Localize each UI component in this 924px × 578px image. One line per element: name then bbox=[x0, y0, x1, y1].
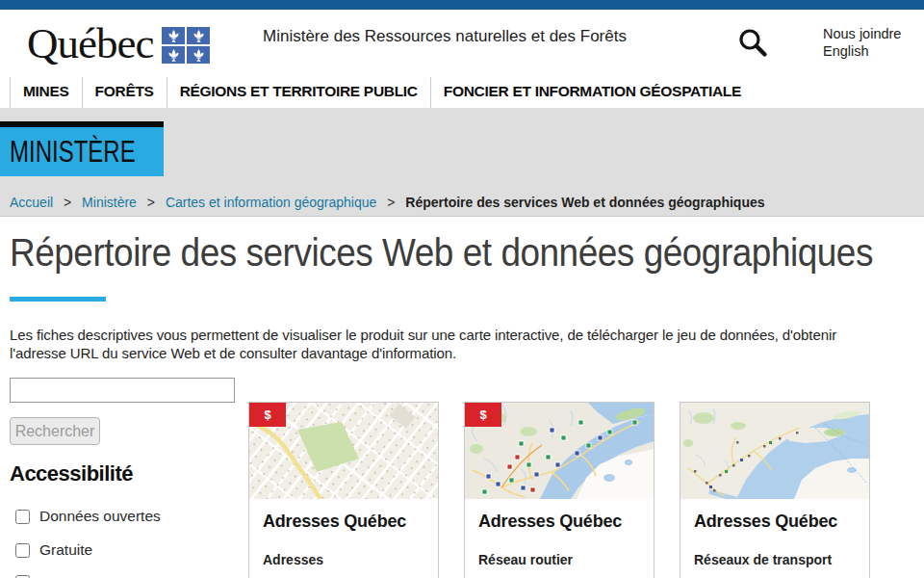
filter-label: Gratuite bbox=[39, 541, 92, 559]
breadcrumb-separator: > bbox=[147, 195, 155, 210]
breadcrumb-ministere[interactable]: Ministère bbox=[82, 195, 137, 210]
breadcrumb: Accueil > Ministère > Cartes et informat… bbox=[10, 195, 765, 210]
section-banner-ministere[interactable]: MINISTÈRE bbox=[0, 127, 164, 176]
page-root: Québec bbox=[0, 0, 924, 578]
breadcrumb-current: Répertoire des services Web et données g… bbox=[405, 195, 764, 210]
breadcrumb-separator: > bbox=[387, 195, 395, 210]
header: Québec bbox=[0, 10, 924, 77]
filter-donnees-ouvertes: Données ouvertes bbox=[15, 508, 161, 525]
search-icon bbox=[735, 25, 772, 62]
nav-item-mines[interactable]: MINES bbox=[10, 77, 82, 108]
quebec-wordmark: Québec bbox=[27, 19, 153, 67]
checkbox-gratuite[interactable] bbox=[15, 543, 30, 558]
paid-badge: $ bbox=[465, 403, 501, 427]
product-card-adresses[interactable]: $ Adresses Québec Adresses bbox=[248, 402, 439, 578]
checkbox-donnees-ouvertes[interactable] bbox=[15, 510, 30, 524]
nav-item-forets[interactable]: FORÊTS bbox=[82, 77, 167, 108]
nav-item-regions[interactable]: RÉGIONS ET TERRITOIRE PUBLIC bbox=[167, 77, 430, 108]
breadcrumb-separator: > bbox=[64, 195, 71, 210]
intro-text: Les fiches descriptives vous permettent … bbox=[10, 326, 891, 362]
nav-item-foncier[interactable]: FONCIER ET INFORMATION GÉOSPATIALE bbox=[430, 77, 754, 108]
contact-link[interactable]: Nous joindre bbox=[823, 25, 901, 42]
main-content: Répertoire des services Web et données g… bbox=[0, 217, 924, 578]
card-subtitle: Réseau routier bbox=[478, 552, 640, 567]
search-input[interactable] bbox=[10, 378, 235, 403]
fleur-de-lis-icon bbox=[162, 27, 185, 44]
title-underline bbox=[10, 297, 106, 302]
fleur-de-lis-icon bbox=[187, 46, 210, 64]
top-blue-bar bbox=[0, 0, 924, 10]
page-title: Répertoire des services Web et données g… bbox=[10, 228, 924, 276]
product-card-reseau-routier[interactable]: $ Adresses Québec Réseau routier bbox=[464, 402, 654, 578]
card-subtitle: Réseaux de transport bbox=[694, 552, 856, 567]
card-title[interactable]: Adresses Québec bbox=[478, 512, 640, 532]
language-link[interactable]: English bbox=[823, 42, 901, 60]
section-banner-label: MINISTÈRE bbox=[10, 134, 136, 170]
quebec-logo[interactable]: Québec bbox=[27, 19, 210, 67]
ministry-name: Ministère des Ressources naturelles et d… bbox=[263, 27, 627, 46]
fleur-de-lis-icon bbox=[187, 27, 210, 44]
paid-badge: $ bbox=[249, 403, 286, 427]
main-nav: MINES FORÊTS RÉGIONS ET TERRITOIRE PUBLI… bbox=[0, 77, 924, 108]
card-title[interactable]: Adresses Québec bbox=[263, 512, 424, 532]
filter-label: Données ouvertes bbox=[39, 508, 161, 525]
fleur-de-lis-icon bbox=[162, 46, 185, 64]
breadcrumb-cartes[interactable]: Cartes et information géographique bbox=[166, 195, 376, 210]
rechercher-button[interactable]: Rechercher bbox=[10, 417, 100, 445]
map-thumbnail-transport-networks bbox=[680, 403, 869, 499]
quebec-flag-icon bbox=[162, 27, 210, 64]
search-button[interactable] bbox=[732, 21, 776, 66]
header-links: Nous joindre English bbox=[823, 25, 901, 60]
section-band: MINISTÈRE Accueil > Ministère > Cartes e… bbox=[0, 108, 924, 217]
filters-heading: Accessibilité bbox=[10, 461, 133, 486]
breadcrumb-accueil[interactable]: Accueil bbox=[10, 195, 53, 210]
product-card-reseaux-transport[interactable]: Adresses Québec Réseaux de transport bbox=[680, 402, 870, 578]
filter-gratuite: Gratuite bbox=[15, 541, 92, 559]
card-subtitle: Adresses bbox=[263, 552, 424, 567]
card-title[interactable]: Adresses Québec bbox=[694, 512, 856, 532]
